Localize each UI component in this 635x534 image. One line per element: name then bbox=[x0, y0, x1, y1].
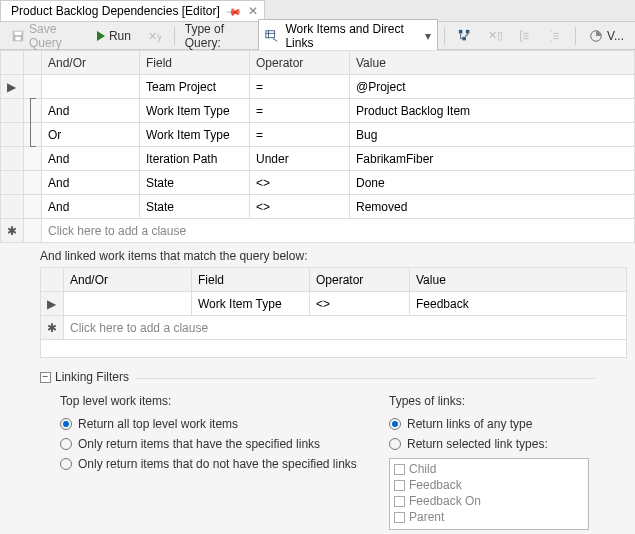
expander-icon[interactable]: − bbox=[40, 372, 51, 383]
row-gutter: ▶ bbox=[41, 292, 64, 316]
andor-cell[interactable]: And bbox=[42, 147, 140, 171]
andor-cell[interactable]: And bbox=[42, 99, 140, 123]
view-button[interactable]: V... bbox=[582, 25, 631, 47]
andor-header[interactable]: And/Or bbox=[42, 51, 140, 75]
group-cell bbox=[24, 99, 42, 123]
andor-cell[interactable]: And bbox=[42, 171, 140, 195]
clause-row[interactable]: AndState<>Removed bbox=[1, 195, 635, 219]
save-query-button[interactable]: Save Query bbox=[4, 18, 88, 54]
clause-row[interactable]: AndState<>Done bbox=[1, 171, 635, 195]
operator-cell[interactable]: <> bbox=[310, 292, 410, 316]
checkbox-icon[interactable] bbox=[394, 480, 405, 491]
top-level-radio[interactable]: Return all top level work items bbox=[60, 414, 369, 434]
pin-icon[interactable]: 📌 bbox=[226, 3, 242, 19]
linked-clause-row[interactable]: ▶Work Item Type<>Feedback bbox=[41, 292, 627, 316]
linked-new-clause-row[interactable]: ✱ Click here to add a clause bbox=[41, 316, 627, 340]
linking-filters-legend[interactable]: − Linking Filters bbox=[40, 370, 135, 384]
link-type-radio[interactable]: Return links of any type bbox=[389, 414, 589, 434]
linking-filters-group: − Linking Filters Top level work items: … bbox=[40, 368, 595, 530]
andor-cell[interactable]: And bbox=[42, 195, 140, 219]
field-cell[interactable]: State bbox=[140, 195, 250, 219]
group-icon bbox=[518, 29, 532, 43]
tree-button[interactable] bbox=[451, 25, 479, 47]
new-clause-row[interactable]: ✱ Click here to add a clause bbox=[1, 219, 635, 243]
linked-andor-header[interactable]: And/Or bbox=[64, 268, 192, 292]
value-cell[interactable]: Done bbox=[350, 171, 635, 195]
operator-header[interactable]: Operator bbox=[250, 51, 350, 75]
clause-row[interactable]: AndWork Item Type=Product Backlog Item bbox=[1, 99, 635, 123]
link-type-item[interactable]: Parent bbox=[392, 509, 586, 525]
clause-row[interactable]: ▶Team Project=@Project bbox=[1, 75, 635, 99]
top-level-radio[interactable]: Only return items that do not have the s… bbox=[60, 454, 369, 474]
operator-cell[interactable]: = bbox=[250, 99, 350, 123]
query-type-select[interactable]: Work Items and Direct Links ▾ bbox=[258, 19, 438, 53]
value-cell[interactable]: @Project bbox=[350, 75, 635, 99]
value-cell[interactable]: Product Backlog Item bbox=[350, 99, 635, 123]
columns-icon bbox=[589, 29, 603, 43]
link-types-list[interactable]: ChildFeedbackFeedback OnParent bbox=[389, 458, 589, 530]
group-cell bbox=[24, 171, 42, 195]
link-type-item[interactable]: Feedback bbox=[392, 477, 586, 493]
field-cell[interactable]: Work Item Type bbox=[140, 123, 250, 147]
play-icon bbox=[97, 31, 105, 41]
linked-value-header[interactable]: Value bbox=[410, 268, 627, 292]
save-query-label: Save Query bbox=[29, 22, 81, 50]
run-label: Run bbox=[109, 29, 131, 43]
row-gutter bbox=[1, 171, 24, 195]
stop-button: ✕y bbox=[140, 25, 168, 47]
field-cell[interactable]: State bbox=[140, 171, 250, 195]
operator-cell[interactable]: = bbox=[250, 123, 350, 147]
stop-icon: ✕y bbox=[147, 29, 161, 43]
checkbox-icon[interactable] bbox=[394, 512, 405, 523]
svg-rect-2 bbox=[15, 36, 20, 40]
link-types-column: Types of links: Return links of any type… bbox=[389, 394, 589, 530]
andor-cell[interactable]: Or bbox=[42, 123, 140, 147]
link-type-item[interactable]: Feedback On bbox=[392, 493, 586, 509]
operator-cell[interactable]: <> bbox=[250, 171, 350, 195]
andor-cell[interactable] bbox=[42, 75, 140, 99]
operator-cell[interactable]: = bbox=[250, 75, 350, 99]
operator-cell[interactable]: Under bbox=[250, 147, 350, 171]
svg-rect-4 bbox=[266, 30, 275, 37]
value-cell[interactable]: Bug bbox=[350, 123, 635, 147]
linked-field-header[interactable]: Field bbox=[192, 268, 310, 292]
operator-cell[interactable]: <> bbox=[250, 195, 350, 219]
linked-new-row-gutter: ✱ bbox=[41, 316, 64, 340]
field-cell[interactable]: Work Item Type bbox=[140, 99, 250, 123]
checkbox-icon[interactable] bbox=[394, 496, 405, 507]
linked-clause-grid: And/Or Field Operator Value ▶Work Item T… bbox=[40, 267, 627, 358]
row-gutter bbox=[1, 147, 24, 171]
value-cell[interactable]: Removed bbox=[350, 195, 635, 219]
linked-new-clause-placeholder[interactable]: Click here to add a clause bbox=[64, 316, 627, 340]
radio-label: Only return items that do not have the s… bbox=[78, 457, 357, 471]
field-cell[interactable]: Iteration Path bbox=[140, 147, 250, 171]
close-icon[interactable]: ✕ bbox=[248, 4, 258, 18]
field-header[interactable]: Field bbox=[140, 51, 250, 75]
checkbox-icon[interactable] bbox=[394, 464, 405, 475]
group-button bbox=[511, 25, 539, 47]
linked-intro: And linked work items that match the que… bbox=[0, 243, 635, 263]
linked-empty-row bbox=[41, 340, 627, 358]
andor-cell[interactable] bbox=[64, 292, 192, 316]
field-cell[interactable]: Work Item Type bbox=[192, 292, 310, 316]
svg-rect-1 bbox=[15, 31, 22, 35]
clause-row[interactable]: AndIteration PathUnderFabrikamFiber bbox=[1, 147, 635, 171]
row-gutter: ▶ bbox=[1, 75, 24, 99]
separator-3 bbox=[575, 27, 576, 45]
new-clause-placeholder[interactable]: Click here to add a clause bbox=[42, 219, 635, 243]
field-cell[interactable]: Team Project bbox=[140, 75, 250, 99]
link-type-radio[interactable]: Return selected link types: bbox=[389, 434, 589, 454]
top-level-radio[interactable]: Only return items that have the specifie… bbox=[60, 434, 369, 454]
link-type-item[interactable]: Child bbox=[392, 461, 586, 477]
run-button[interactable]: Run bbox=[90, 25, 138, 47]
linked-operator-header[interactable]: Operator bbox=[310, 268, 410, 292]
value-cell[interactable]: FabrikamFiber bbox=[350, 147, 635, 171]
svg-rect-9 bbox=[466, 29, 470, 33]
remove-clause-button: ✕▯ bbox=[481, 25, 509, 47]
value-header[interactable]: Value bbox=[350, 51, 635, 75]
svg-rect-10 bbox=[463, 36, 467, 40]
gutter-header bbox=[1, 51, 24, 75]
clause-row[interactable]: OrWork Item Type=Bug bbox=[1, 123, 635, 147]
value-cell[interactable]: Feedback bbox=[410, 292, 627, 316]
group-cell bbox=[24, 195, 42, 219]
